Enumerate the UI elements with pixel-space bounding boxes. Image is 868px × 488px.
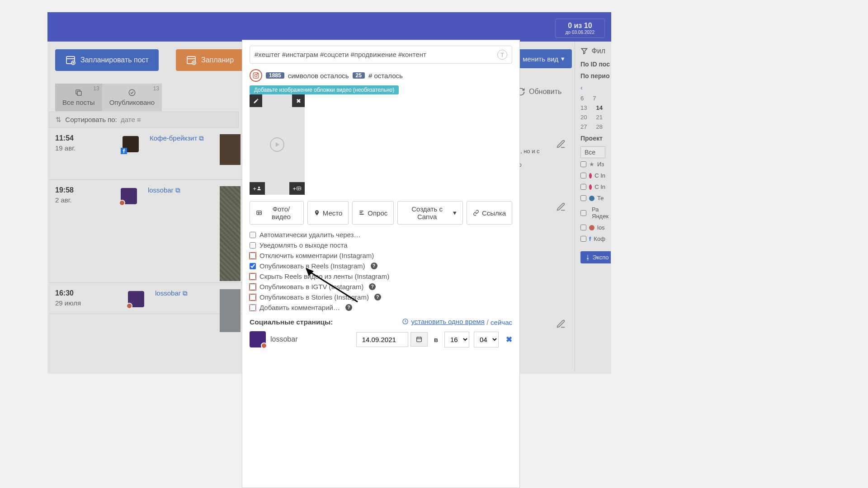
quota-badge[interactable]: 0 из 10 до 03.06.2022 <box>555 19 605 38</box>
help-icon[interactable]: ? <box>374 294 381 300</box>
svg-point-16 <box>257 74 258 74</box>
composer-textarea[interactable]: #хештег #инстаграм #соцсети #продвижение… <box>250 46 512 64</box>
option-autodelete[interactable]: Автоматически удалить через… <box>250 231 512 239</box>
edit-post-icon[interactable] <box>556 319 566 329</box>
post-thumbnail[interactable] <box>220 186 241 281</box>
char-counter-row: 1885 символов осталось 25 # осталось <box>250 69 512 82</box>
add-poll-label: Опрос <box>368 209 387 217</box>
refresh-button[interactable]: Обновить <box>516 87 561 96</box>
add-photo-video-button[interactable]: Фото/видео <box>250 201 304 225</box>
edit-post-icon[interactable] <box>556 139 566 149</box>
change-view-button[interactable]: менить вид ▾ <box>515 49 572 68</box>
calendar-plus-icon <box>65 55 76 66</box>
svg-rect-23 <box>360 212 363 213</box>
schedule-post-button[interactable]: Запланировать пост <box>55 49 159 71</box>
help-icon[interactable]: ? <box>345 304 352 311</box>
option-publish-igtv[interactable]: Опубликовать в IGTV (Instagram)? <box>250 283 512 291</box>
instagram-icon <box>261 343 267 349</box>
tab-all-posts[interactable]: Все посты 13 <box>55 84 102 111</box>
post-thumbnail[interactable] <box>220 134 241 165</box>
export-button[interactable]: ⭳ Экспо <box>580 251 611 263</box>
calendar-plus-icon <box>186 55 197 66</box>
calendar-prev-icon[interactable]: ‹ <box>580 84 605 91</box>
text-format-icon[interactable]: T <box>497 50 507 60</box>
video-cover-hint[interactable]: Добавьте изображение обложки видео (необ… <box>250 85 399 94</box>
filter-item[interactable]: Те <box>580 195 605 202</box>
option-disable-comments[interactable]: Отключить комментарии (Instagram) <box>250 252 512 259</box>
download-icon: ⭳ <box>585 254 591 261</box>
date-input[interactable] <box>356 332 408 347</box>
edit-post-icon[interactable] <box>556 202 566 212</box>
svg-rect-24 <box>360 214 364 215</box>
poll-icon <box>359 210 365 216</box>
add-photo-label: Фото/видео <box>265 205 297 221</box>
filter-item[interactable]: Ра Яндек <box>580 206 605 220</box>
copy-icon <box>75 89 83 97</box>
social-page-name: lossobar <box>270 335 352 343</box>
post-title-link[interactable]: lossobar ⧉ <box>155 289 188 307</box>
svg-point-11 <box>129 89 135 96</box>
post-thumbnail[interactable] <box>220 289 241 332</box>
option-publish-stories[interactable]: Опубликовать в Stories (Instagram)? <box>250 293 512 301</box>
post-title-link[interactable]: Кофе-брейкзит ⧉ <box>150 134 204 173</box>
filter-item[interactable]: fКоф <box>580 235 605 242</box>
help-icon[interactable]: ? <box>369 283 376 290</box>
image-icon <box>256 209 262 216</box>
sort-value[interactable]: дате <box>121 116 135 123</box>
instagram-icon <box>119 200 125 206</box>
canva-button[interactable]: Создать с Canva ▾ <box>397 201 463 225</box>
tabs: Все посты 13 Опубликовано 13 <box>55 84 162 111</box>
divider: / <box>486 319 491 326</box>
calendar-row[interactable]: 67 <box>580 95 605 102</box>
filter-item[interactable]: los <box>580 224 605 231</box>
post-title-link[interactable]: lossobar ⧉ <box>148 186 180 276</box>
add-poll-button[interactable]: Опрос <box>352 201 394 225</box>
filter-item[interactable]: ★Из <box>580 161 605 168</box>
option-publish-reels[interactable]: Опубликовать в Reels (Instagram)? <box>250 262 512 270</box>
at-label: в <box>434 336 438 343</box>
by-period-label: По перио <box>580 72 605 80</box>
option-hide-reels-feed[interactable]: Скрыть Reels видео из ленты (Instagram) <box>250 272 512 280</box>
calendar-row[interactable]: 2021 <box>580 114 605 121</box>
calendar-icon <box>415 336 423 343</box>
sort-bar[interactable]: ⇅ Сортировать по: дате ≡ <box>49 112 239 128</box>
project-all-select[interactable]: Все <box>580 146 605 158</box>
external-link-icon: ⧉ <box>183 289 188 297</box>
sort-label: Сортировать по: <box>65 116 117 123</box>
tab-all-count: 13 <box>93 85 99 92</box>
svg-point-21 <box>258 212 259 213</box>
remove-media-icon[interactable]: ✖ <box>292 94 305 107</box>
schedule-story-button[interactable]: Запланир <box>176 49 244 71</box>
set-one-time-link[interactable]: установить одно время <box>402 318 484 325</box>
minute-select[interactable]: 04 <box>474 332 499 347</box>
calendar-button[interactable] <box>410 332 428 347</box>
instagram-icon <box>589 173 592 178</box>
remove-page-icon[interactable]: ✖ <box>506 335 512 344</box>
post-editor-modal: #хештег #инстаграм #соцсети #продвижение… <box>242 40 520 488</box>
chars-left-label: символов осталось <box>288 72 349 80</box>
add-link-button[interactable]: Ссылка <box>467 201 512 225</box>
add-location-button[interactable]: Место <box>307 201 349 225</box>
calendar-row[interactable]: 1314 <box>580 104 605 111</box>
alt-text-icon[interactable]: + <box>289 182 305 195</box>
filter-item[interactable]: С In <box>580 172 605 179</box>
hour-select[interactable]: 16 <box>444 332 469 347</box>
tag-people-icon[interactable]: + <box>250 182 265 195</box>
option-notify[interactable]: Уведомлять о выходе поста <box>250 241 512 249</box>
calendar-row[interactable]: 2728 <box>580 123 605 130</box>
media-thumbnail[interactable]: ✖ + + <box>250 94 305 195</box>
avatar <box>123 136 139 152</box>
social-pages-header: Социальные страницы: установить одно вре… <box>250 318 512 327</box>
tab-all-posts-label: Все посты <box>62 99 95 106</box>
right-sidebar: Фил По ID пос По перио ‹ 67 1314 2021 27… <box>575 42 611 371</box>
edit-media-icon[interactable] <box>250 94 262 107</box>
option-add-comment[interactable]: Добавить комментарий…? <box>250 304 512 311</box>
external-link-icon: ⧉ <box>199 134 204 142</box>
avatar <box>250 331 266 347</box>
tab-published[interactable]: Опубликовано 13 <box>102 84 162 111</box>
help-icon[interactable]: ? <box>371 263 377 269</box>
external-link-icon: ⧉ <box>175 186 180 194</box>
now-link[interactable]: сейчас <box>491 319 512 326</box>
filter-title: Фил <box>592 47 605 55</box>
filter-item[interactable]: С In <box>580 183 605 190</box>
